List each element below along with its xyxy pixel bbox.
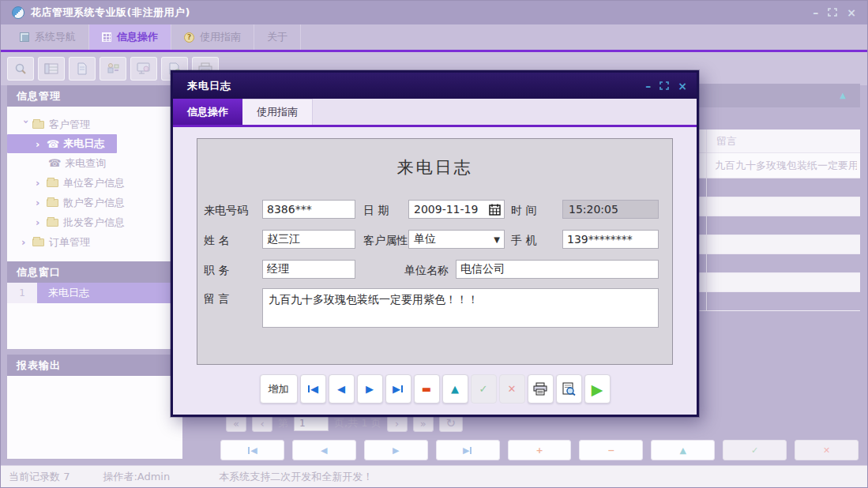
- refresh-icon[interactable]: ↻: [439, 415, 463, 432]
- chevron-down-icon[interactable]: ▼: [494, 235, 500, 244]
- caller-number-field[interactable]: [262, 200, 355, 219]
- grid-column-message[interactable]: 留言: [706, 130, 857, 152]
- folder-icon: [32, 121, 44, 129]
- tree-item-label: 客户管理: [49, 118, 90, 132]
- tree-item-call-log[interactable]: › ☎ 来电日志: [7, 134, 117, 153]
- last-record-button[interactable]: ▶: [436, 440, 500, 460]
- grid-icon: [102, 32, 111, 42]
- mobile-field[interactable]: [562, 230, 659, 249]
- cancel-button: ✕: [795, 440, 859, 460]
- dialog-minimize-icon[interactable]: –: [645, 81, 651, 92]
- dialog-title: 来电日志: [187, 79, 231, 93]
- call-log-dialog: 来电日志 – × 信息操作 使用指南 来电日志 来电号码: [171, 70, 699, 417]
- tree-item-label: 单位客户信息: [63, 176, 125, 190]
- edit-record-button[interactable]: ▲: [651, 440, 715, 460]
- main-tab-bar: 系统导航 信息操作 ? 使用指南 关于: [1, 24, 867, 50]
- status-note-text: 本系统支持二次开发和全新开发！: [219, 470, 373, 484]
- customer-type-select[interactable]: 单位 ▼: [408, 230, 505, 249]
- next-record-button[interactable]: ▶: [364, 440, 428, 460]
- tab-info-operation[interactable]: 信息操作: [89, 24, 171, 50]
- job-field[interactable]: [262, 260, 355, 279]
- dialog-maximize-icon[interactable]: [659, 81, 669, 92]
- chevron-right-icon[interactable]: ›: [36, 216, 45, 228]
- tree-item-label: 来电查询: [65, 156, 106, 171]
- panel-header-info-mgmt[interactable]: 信息管理 ‹: [7, 85, 182, 107]
- page-label-prefix: 第: [278, 416, 288, 430]
- tree-item-customer-mgmt[interactable]: › 客户管理: [7, 114, 182, 134]
- next-record-button[interactable]: ▶: [357, 374, 383, 404]
- tree-item-retail-customer[interactable]: › 散户客户信息: [7, 193, 182, 212]
- tree-item-label: 来电日志: [63, 137, 104, 151]
- monitor-icon[interactable]: [130, 57, 157, 81]
- chevron-right-icon[interactable]: ›: [36, 138, 45, 150]
- app-window: 花店管理系统专业版(非注册用户) – × 系统导航 信息操作 ? 使用指南 关于: [0, 0, 868, 488]
- chevron-right-icon[interactable]: ›: [21, 236, 31, 248]
- last-record-button[interactable]: ▶: [385, 374, 411, 404]
- calendar-icon[interactable]: [489, 204, 501, 216]
- run-button[interactable]: ▶: [584, 374, 611, 404]
- preview-button[interactable]: [556, 374, 582, 404]
- table-icon[interactable]: [38, 57, 65, 81]
- add-button[interactable]: 增加: [260, 374, 298, 404]
- dialog-button-bar: 增加 ◀ ◀ ▶ ▶ ▬ ▲ ✓ ✕ ▶: [173, 374, 697, 404]
- print-button[interactable]: [528, 374, 554, 404]
- delete-record-button[interactable]: −: [579, 440, 643, 460]
- chevron-right-icon[interactable]: ›: [36, 197, 45, 208]
- minimize-icon[interactable]: –: [813, 7, 818, 18]
- company-field[interactable]: [456, 260, 659, 279]
- next-page-button[interactable]: ›: [387, 415, 408, 432]
- title-bar: 花店管理系统专业版(非注册用户) – ×: [1, 1, 867, 24]
- person-chart-icon[interactable]: [100, 57, 126, 81]
- tab-label: 信息操作: [187, 105, 228, 119]
- window-title: 花店管理系统专业版(非注册用户): [31, 6, 190, 20]
- restore-icon[interactable]: [828, 7, 837, 18]
- last-page-button[interactable]: »: [413, 415, 434, 432]
- tab-about[interactable]: 关于: [254, 24, 301, 50]
- chevron-right-icon[interactable]: ›: [36, 177, 45, 189]
- tab-user-guide[interactable]: ? 使用指南: [171, 24, 254, 50]
- row-label: 来电日志: [37, 283, 182, 303]
- form-title: 来电日志: [197, 156, 672, 178]
- date-field[interactable]: 2009-11-19: [408, 200, 505, 219]
- first-page-button[interactable]: «: [226, 415, 246, 432]
- dialog-tab-info-operation[interactable]: 信息操作: [173, 99, 242, 125]
- prev-record-button[interactable]: ◀: [292, 440, 356, 460]
- list-item[interactable]: 1 来电日志: [7, 283, 182, 303]
- panel-header-info-window[interactable]: 信息窗口: [7, 261, 182, 283]
- tab-label: 信息操作: [117, 30, 158, 44]
- message-field[interactable]: 九百九十多玫瑰包装纸一定要用紫色！！！: [262, 288, 659, 328]
- page-number-input[interactable]: [294, 415, 329, 431]
- grid-cell-message: 九百九十多玫瑰包装纸一定要用: [706, 153, 857, 178]
- company-label: 单位名称: [404, 264, 449, 278]
- tree-item-call-query[interactable]: ☎ 来电查询: [7, 153, 182, 173]
- delete-record-button[interactable]: ▬: [414, 374, 440, 404]
- tab-system-nav[interactable]: 系统导航: [7, 24, 89, 50]
- message-label: 留 言: [204, 292, 229, 306]
- edit-record-button[interactable]: ▲: [442, 374, 468, 404]
- first-record-button[interactable]: ◀: [300, 374, 326, 404]
- name-field[interactable]: [262, 230, 355, 249]
- tab-label: 系统导航: [35, 30, 76, 44]
- chevron-down-icon[interactable]: ›: [21, 120, 32, 130]
- tree-item-wholesale-customer[interactable]: › 批发客户信息: [7, 212, 182, 232]
- tree-item-unit-customer[interactable]: › 单位客户信息: [7, 173, 182, 193]
- prev-page-button[interactable]: ‹: [252, 415, 272, 432]
- first-record-button[interactable]: ◀: [220, 440, 284, 460]
- page-label-suffix: 页,共 1 页: [334, 416, 381, 430]
- dialog-tab-user-guide[interactable]: 使用指南: [242, 99, 313, 125]
- search-icon[interactable]: [7, 57, 34, 81]
- row-number: 1: [7, 283, 37, 303]
- prev-record-button[interactable]: ◀: [329, 374, 355, 404]
- tab-label: 使用指南: [257, 105, 298, 119]
- panel-header-report-output[interactable]: 报表输出: [7, 355, 182, 376]
- tree-item-order-mgmt[interactable]: › 订单管理: [7, 232, 182, 252]
- document-icon[interactable]: [69, 57, 96, 81]
- close-icon[interactable]: ×: [847, 7, 856, 18]
- dialog-tab-bar: 信息操作 使用指南: [173, 99, 697, 125]
- add-record-button[interactable]: +: [508, 440, 572, 460]
- app-logo-icon: [12, 6, 24, 19]
- dialog-title-bar[interactable]: 来电日志 – ×: [173, 73, 697, 99]
- collapse-up-icon[interactable]: ▲: [840, 91, 846, 99]
- dialog-close-icon[interactable]: ×: [678, 81, 687, 92]
- info-window-list: 1 来电日志: [7, 283, 182, 349]
